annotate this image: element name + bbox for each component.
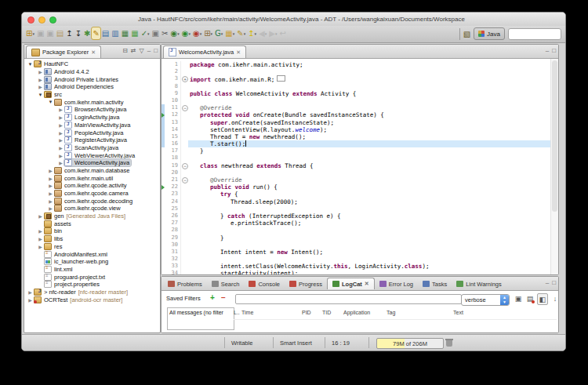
code-line[interactable]: 19−class newthread extends Thread { xyxy=(162,162,551,169)
tree-item[interactable]: ▶com.ikehr.qcode.activity xyxy=(24,182,160,190)
code-line[interactable]: 30 xyxy=(162,242,551,249)
tree-item[interactable]: ▶gen[Generated Java Files] xyxy=(24,212,160,220)
tree-item[interactable]: ▶com.ikehr.qcode.view xyxy=(24,205,160,212)
code-line[interactable]: 13super.onCreate(savedInstanceState); xyxy=(162,119,551,126)
tree-item[interactable]: ▶LoginActivity.java xyxy=(24,114,160,122)
code-line[interactable]: 1package com.ikehr.main.activity; xyxy=(162,61,551,68)
tree-open-arrow-icon[interactable]: ▼ xyxy=(27,62,34,67)
tree-closed-arrow-icon[interactable]: ▶ xyxy=(37,77,44,82)
tree-item[interactable]: proguard-project.txt xyxy=(24,273,160,281)
log-level-select[interactable]: verbose ▲▼ xyxy=(461,294,510,306)
autoscroll-button[interactable]: ↓ xyxy=(550,293,559,303)
tree-item[interactable]: project.properties xyxy=(24,281,160,289)
code-line[interactable]: 22public void run() { xyxy=(162,183,551,191)
code-line[interactable]: 8 xyxy=(162,83,551,90)
code-line[interactable]: 31Intent intent = new Intent(); xyxy=(162,249,551,256)
maximize-view-icon[interactable]: □ xyxy=(552,47,556,55)
tree-item[interactable]: ▶WelcomeActivity.java xyxy=(24,159,160,167)
collapse-fold-icon[interactable]: − xyxy=(182,105,188,111)
tree-closed-arrow-icon[interactable]: ▶ xyxy=(37,84,44,89)
tree-item[interactable]: ▶com.ikehr.qcode.decoding xyxy=(24,197,160,205)
code-line[interactable]: 24Thread.sleep(2000); xyxy=(162,198,551,205)
tree-closed-arrow-icon[interactable]: ▶ xyxy=(37,236,44,242)
tree-item[interactable]: ▶com.ikehr.qcode.camera xyxy=(24,190,160,198)
tree-item[interactable]: ▶Android Private Libraries xyxy=(24,75,160,83)
tree-closed-arrow-icon[interactable]: ▶ xyxy=(57,153,64,158)
code-line[interactable]: 20 xyxy=(162,169,551,176)
tree-closed-arrow-icon[interactable]: ▶ xyxy=(47,198,54,204)
tree-closed-arrow-icon[interactable]: ▶ xyxy=(27,289,34,295)
tree-item[interactable]: ic_launcher-web.png xyxy=(24,258,160,266)
code-line[interactable]: 23try { xyxy=(162,191,551,198)
tree-closed-arrow-icon[interactable]: ▶ xyxy=(47,176,54,181)
tree-closed-arrow-icon[interactable]: ▶ xyxy=(37,228,44,234)
open-graphical-layout-icon[interactable]: ▣ xyxy=(151,27,160,39)
tree-item[interactable]: ▶OCRTest[android-ocr master] xyxy=(24,296,160,303)
code-line[interactable]: 18 xyxy=(162,154,551,162)
code-line[interactable]: 27e.printStackTrace(); xyxy=(162,220,551,227)
close-window-button[interactable] xyxy=(27,16,34,24)
manifest-editor-icon[interactable]: ▤ xyxy=(101,27,110,39)
tab-console[interactable]: Console xyxy=(244,278,285,289)
tree-item[interactable]: AndroidManifest.xml xyxy=(24,250,160,258)
code-line[interactable]: 16T.start(); xyxy=(162,140,551,147)
tree-item[interactable]: ▶BrowserActivity.java xyxy=(24,106,160,114)
tree-closed-arrow-icon[interactable]: ▶ xyxy=(27,297,34,303)
code-line[interactable]: 2 xyxy=(162,68,551,75)
maximize-view-icon[interactable]: □ xyxy=(154,47,158,55)
code-line[interactable]: 17} xyxy=(162,147,551,154)
tree-item[interactable]: ▶Android Dependencies xyxy=(24,83,160,91)
minimize-view-icon[interactable]: – xyxy=(147,47,151,55)
link-with-editor-icon[interactable]: ⇄ xyxy=(131,47,136,55)
lint-check-icon[interactable]: ✓▾ xyxy=(140,27,151,39)
tree-closed-arrow-icon[interactable]: ▶ xyxy=(37,244,44,249)
code-line[interactable]: 28 xyxy=(162,227,551,234)
tree-item[interactable]: ▼com.ikehr.main.activity xyxy=(24,98,160,106)
run-garbage-collector-button[interactable] xyxy=(446,339,453,347)
collapse-all-icon[interactable]: ⊟ xyxy=(122,47,128,55)
code-line[interactable]: 25 xyxy=(162,205,551,212)
new-java-class-icon[interactable]: G▾ xyxy=(214,27,223,39)
close-icon[interactable]: ✕ xyxy=(365,281,369,287)
close-icon[interactable]: ✕ xyxy=(91,49,96,56)
tree-item[interactable]: ▶PeopleActivity.java xyxy=(24,129,160,136)
import-project-icon[interactable]: ↧ xyxy=(74,27,82,39)
tree-closed-arrow-icon[interactable]: ▶ xyxy=(47,183,54,188)
code-line[interactable]: 10 xyxy=(162,97,551,104)
code-line[interactable]: 34startActivity(intent); xyxy=(162,270,551,274)
column-header[interactable]: Time xyxy=(241,310,253,315)
tree-item[interactable]: ▶ScanActivity.java xyxy=(24,144,160,152)
sdk-manager-icon[interactable]: ▦ xyxy=(130,27,139,39)
tab-progress[interactable]: Progress xyxy=(285,278,327,289)
tree-closed-arrow-icon[interactable]: ▶ xyxy=(37,213,44,219)
tree-item[interactable]: ▼HautNFC xyxy=(24,60,160,68)
open-resource-icon[interactable]: ↥▾ xyxy=(247,27,257,39)
new-android-application-icon[interactable]: ✱ xyxy=(83,27,91,39)
debug-icon[interactable]: ◉▾ xyxy=(169,27,180,39)
column-header[interactable]: TID xyxy=(322,310,331,315)
tree-closed-arrow-icon[interactable]: ▶ xyxy=(57,130,64,136)
titlebar[interactable]: Java - HautNFC/src/com/ikehr/main/activi… xyxy=(22,13,565,27)
forward-history-icon[interactable]: ▶▾ xyxy=(268,27,278,39)
editor-scrollbar[interactable] xyxy=(550,59,558,274)
close-icon[interactable]: ✕ xyxy=(236,49,241,56)
avd-manager-icon[interactable]: ▦ xyxy=(121,27,129,39)
back-history-icon[interactable]: ◀▾ xyxy=(258,27,267,39)
tree-item[interactable]: ▶bin xyxy=(24,227,160,235)
search-icon[interactable]: ✎▾ xyxy=(236,27,246,39)
minimize-view-icon[interactable]: – xyxy=(546,279,549,287)
tree-closed-arrow-icon[interactable]: ▶ xyxy=(57,114,64,120)
tree-open-arrow-icon[interactable]: ▼ xyxy=(47,100,54,104)
column-header[interactable]: Application xyxy=(343,310,370,315)
code-line[interactable]: 32 xyxy=(162,256,551,263)
tree-item[interactable]: ▶com.ikehr.main.util xyxy=(24,174,160,182)
tree-closed-arrow-icon[interactable]: ▶ xyxy=(57,160,64,165)
column-header[interactable]: Text xyxy=(453,310,463,315)
remove-filter-button[interactable]: − xyxy=(221,293,226,302)
minimize-view-icon[interactable]: – xyxy=(546,47,549,55)
code-editor[interactable]: 1package com.ikehr.main.activity;23+impo… xyxy=(162,59,551,274)
save-log-button[interactable]: ▣ xyxy=(514,293,523,303)
code-line[interactable]: 15Thread T = new newthread(); xyxy=(162,133,551,140)
coverage-icon[interactable]: ◉▾ xyxy=(192,27,202,39)
code-line[interactable]: 9public class WelcomeActivity extends Ac… xyxy=(162,90,551,97)
